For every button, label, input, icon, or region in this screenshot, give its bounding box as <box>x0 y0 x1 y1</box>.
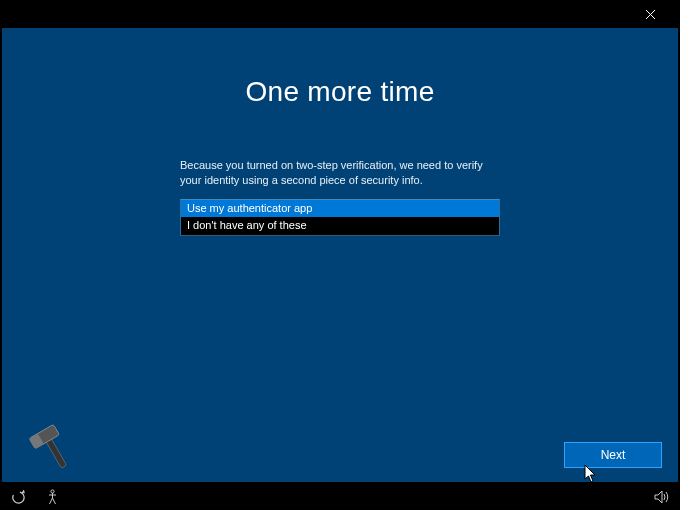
oobe-window: One more time Because you turned on two-… <box>0 0 680 510</box>
svg-point-6 <box>50 490 53 493</box>
verification-options-list[interactable]: Use my authenticator app I don't have an… <box>180 199 500 236</box>
volume-button[interactable] <box>654 489 670 505</box>
hammer-watermark-icon <box>22 416 82 476</box>
title-bar <box>0 0 680 28</box>
volume-icon <box>654 490 670 504</box>
option-none-of-these[interactable]: I don't have any of these <box>181 217 499 234</box>
content-pane: One more time Because you turned on two-… <box>2 28 678 482</box>
description-text: Because you turned on two-step verificat… <box>180 158 500 189</box>
ease-of-access-icon <box>11 490 26 505</box>
accessibility-button[interactable] <box>44 489 60 505</box>
next-button[interactable]: Next <box>564 442 662 468</box>
ease-of-access-button[interactable] <box>10 489 26 505</box>
page-title: One more time <box>2 76 678 108</box>
close-button[interactable] <box>630 0 670 28</box>
bottom-toolbar <box>0 484 680 510</box>
close-icon <box>645 9 656 20</box>
next-button-label: Next <box>601 448 626 462</box>
accessibility-icon <box>46 489 59 505</box>
body-section: Because you turned on two-step verificat… <box>180 158 500 236</box>
option-authenticator-app[interactable]: Use my authenticator app <box>181 200 499 217</box>
